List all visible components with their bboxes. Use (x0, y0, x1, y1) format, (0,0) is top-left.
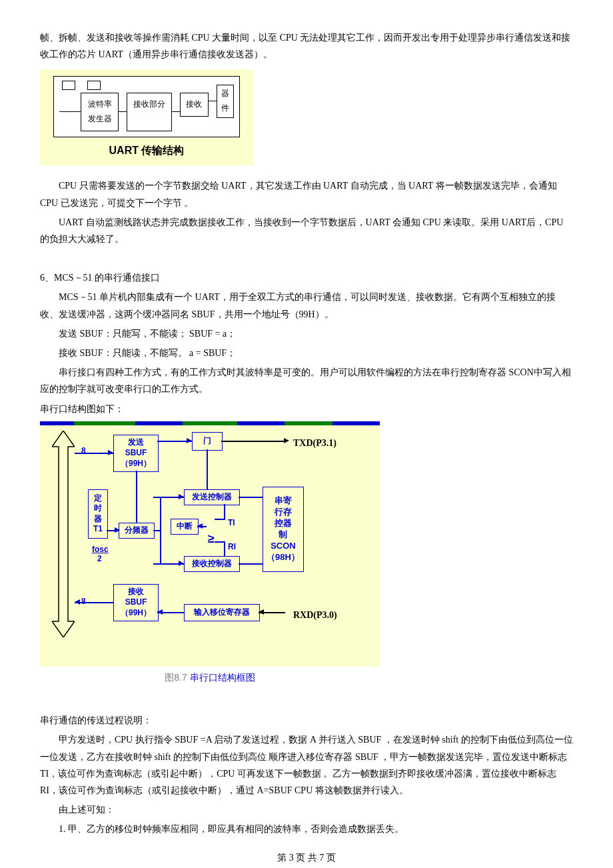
bus-arrow-icon (52, 431, 75, 637)
timer-t1-box: 定 时 器 T1 (88, 489, 108, 539)
section-6-p4: 串行接口有四种工作方式，有的工作方式时其波特率是可变的。用户可以用软件编程的方法… (40, 364, 573, 397)
section-6-p5: 串行口结构图如下： (40, 401, 573, 417)
figure1-caption: UART 传输结构 (53, 141, 240, 161)
section-6-p2: 发送 SBUF：只能写，不能读； SBUF = a； (40, 325, 573, 342)
receive-box: 接收 (180, 93, 209, 117)
scon-box: 串寄 行存 控器 制 SCON （98H） (263, 487, 304, 572)
figure-serial-port-structure: 8 8 发送 SBUF （99H） 门 TXD(P3.1) 定 时 器 T1 分… (40, 421, 380, 686)
receive-part-box: 接收部分 (127, 93, 171, 131)
ti-label: TI (228, 516, 235, 531)
rxd-label: RXD(P3.0) (293, 607, 337, 623)
figure-uart-structure: 波特率 发生器 接收部分 接收 器件 UART 传输结构 (40, 69, 253, 165)
transmission-title: 串行通信的传送过程说明： (40, 712, 573, 729)
recv-sbuf-box: 接收 SBUF （99H） (113, 584, 159, 621)
transmission-p1: 甲方发送时，CPU 执行指令 SBUF =A 启动了发送过程，数据 A 并行送入… (40, 731, 573, 799)
device-box: 器件 (217, 85, 234, 117)
section-6-p1: MCS－51 单片机内部集成有一个 UART，用于全双工方式的串行通信，可以同时… (40, 289, 573, 322)
svg-marker-0 (52, 431, 75, 637)
paragraph-intro: 帧、拆帧、发送和接收等操作需消耗 CPU 大量时间，以至 CPU 无法处理其它工… (40, 29, 573, 63)
baud-generator-box: 波特率 发生器 (81, 93, 119, 131)
page-footer: 第 3 页 共 7 页 (40, 849, 573, 866)
paragraph-cpu-send: CPU 只需将要发送的一个字节数据交给 UART，其它发送工作由 UART 自动… (40, 177, 573, 211)
ge-symbol: ≥ (208, 528, 215, 549)
uart-top-slot (87, 81, 101, 90)
transmission-p2: 由上述可知： (40, 801, 573, 818)
bus-width-8-top: 8 (81, 444, 86, 459)
recv-controller-box: 接收控制器 (184, 556, 240, 572)
gate-box: 门 (192, 432, 223, 451)
ri-label: RI (228, 540, 236, 555)
figure2-caption: 图8.7 串行口结构框图 (40, 669, 380, 686)
interrupt-box: 中断 (171, 519, 199, 535)
section-6-title: 6、MCS－51 的串行通信接口 (40, 269, 573, 286)
paragraph-uart-recv: UART 自动监测线路状态并完成数据接收工作，当接收到一个字节数据后，UART … (40, 214, 573, 247)
txd-label: TXD(P3.1) (293, 435, 336, 451)
divider-box: 分频器 (119, 523, 155, 539)
uart-top-slot (62, 81, 75, 90)
transmission-li1: 1. 甲、乙方的移位时钟频率应相同，即应具有相同的波特率，否则会造成数据丢失。 (40, 821, 573, 837)
shift-register-box: 输入移位寄存器 (184, 604, 260, 621)
section-6-p3: 接收 SBUF：只能读，不能写。 a = SBUF； (40, 345, 573, 361)
fosc-2-label: 2 (97, 552, 102, 567)
send-sbuf-box: 发送 SBUF （99H） (113, 435, 159, 472)
send-controller-box: 发送控制器 (184, 489, 240, 505)
